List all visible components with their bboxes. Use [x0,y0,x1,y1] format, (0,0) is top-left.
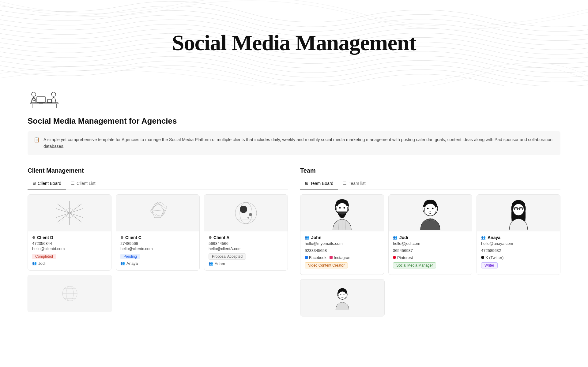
client-c-email: hello@clientc.com [120,246,195,251]
svg-line-24 [152,210,164,211]
jodi-image [389,195,472,231]
svg-point-60 [340,294,341,295]
svg-rect-0 [31,103,58,104]
client-c-phone: 27489566 [120,241,195,246]
svg-point-9 [32,98,35,101]
client-extra-image [28,275,112,312]
john-body: 👥 John hello@myemails.com 9233345658 Fac… [300,231,384,275]
client-card-a[interactable]: ⊕ Client A 569844566 hello@clientA.com P… [204,194,288,271]
hero-section: Social Media Management [0,0,588,86]
team-extra-card[interactable] [300,279,385,316]
svg-point-30 [240,206,247,213]
client-c-assignee-name: Anaya [126,261,138,266]
client-extra-card-row [28,275,288,313]
tab-team-list[interactable]: ☰ Team list [338,178,370,189]
jodi-pinterest: Pinterest [393,255,413,260]
team-tabs: ⊞ Team Board ☰ Team list [300,178,560,189]
client-d-image [28,195,111,231]
client-d-badge: Completed [32,254,56,259]
john-facebook: Facebook [305,255,326,260]
anaya-body: 👥 Anaya hello@anaya.com 472589632 X (Twi… [477,231,560,275]
client-card-d[interactable]: ⊕ Client D 472356844 hello@clientd.com C… [28,194,111,271]
john-image [300,195,384,231]
anaya-role-badge: Writer [481,262,498,268]
page-title: Social Media Management for Agencies [28,116,560,126]
tab-team-list-label: Team list [349,181,365,186]
svg-point-40 [339,207,341,208]
john-instagram: Instagram [330,255,352,260]
two-column-layout: Client Management ⊞ Client Board ☰ Clien… [28,167,560,318]
svg-line-22 [152,202,158,211]
anaya-image [477,195,560,231]
john-facebook-label: Facebook [309,255,326,260]
team-cards-grid: 👥 John hello@myemails.com 9233345658 Fac… [300,194,560,275]
svg-rect-3 [37,96,45,103]
description-icon: 📋 [34,137,40,143]
client-a-assignee: 👥 Adam [209,261,283,266]
jodi-pinterest-label: Pinterest [397,255,413,260]
jodi-phone: 365456987 [393,248,468,253]
jodi-email: hello@jodi.com [393,241,468,246]
team-extra-image [300,279,384,316]
svg-point-7 [51,92,56,96]
team-section: Team ⊞ Team Board ☰ Team list [300,167,560,318]
client-card-c[interactable]: ⊕ Client C 27489566 hello@clientc.com Pe… [116,194,200,271]
svg-point-56 [516,208,517,209]
anaya-name: 👥 Anaya [481,235,556,240]
client-d-phone: 472356844 [32,241,107,246]
client-c-name-text: Client C [125,235,141,240]
jodi-icon: 👥 [393,235,398,240]
anaya-socials: X (Twitter) [481,255,556,260]
john-socials: Facebook Instagram [305,255,379,260]
description-box: 📋 A simple yet comprehensive template fo… [28,131,560,155]
jodi-body: 👥 Jodi hello@jodi.com 365456987 Pinteres… [389,231,472,275]
anaya-email: hello@anaya.com [481,241,556,246]
svg-point-59 [338,291,346,299]
anaya-phone: 472589632 [481,248,556,253]
twitter-dot [481,256,484,259]
jodi-name-text: Jodi [399,235,408,240]
tab-client-list-label: Client List [77,181,95,186]
jodi-socials: Pinterest [393,255,468,260]
board-icon: ⊞ [32,181,36,185]
assignee-icon: 👥 [32,261,37,265]
assignee-icon-a: 👥 [209,261,213,266]
client-management-section: Client Management ⊞ Client Board ☰ Clien… [28,167,288,318]
team-card-jodi[interactable]: 👥 Jodi hello@jodi.com 365456987 Pinteres… [388,194,472,275]
client-d-body: ⊕ Client D 472356844 hello@clientd.com C… [28,231,111,270]
tab-client-list[interactable]: ☰ Client List [66,178,100,189]
svg-point-57 [521,208,522,209]
client-c-image [116,195,199,231]
client-c-badge: Pending [120,254,140,259]
assignee-icon-c: 👥 [120,261,125,265]
john-name-text: John [311,235,321,240]
tab-team-board[interactable]: ⊞ Team Board [300,178,338,189]
john-icon: 👥 [305,235,309,240]
client-a-email: hello@clientA.com [209,246,283,251]
client-d-name-text: Client D [37,235,53,240]
client-tabs: ⊞ Client Board ☰ Client List [28,178,288,189]
john-phone: 9233345658 [305,248,379,253]
team-section-title: Team [300,167,560,174]
anaya-icon: 👥 [481,235,486,240]
main-content: Social Media Management for Agencies 📋 A… [0,116,588,336]
john-email: hello@myemails.com [305,241,379,246]
client-a-badge: Proposal Accepted [209,253,246,260]
team-card-anaya[interactable]: 👥 Anaya hello@anaya.com 472589632 X (Twi… [477,194,560,275]
client-extra-card[interactable] [28,275,112,312]
team-extra-card-row [300,279,560,318]
team-card-john[interactable]: 👥 John hello@myemails.com 9233345658 Fac… [300,194,384,275]
svg-point-41 [344,207,345,208]
svg-point-31 [249,213,252,216]
anaya-twitter-label: X (Twitter) [485,255,503,260]
tab-client-board[interactable]: ⊞ Client Board [28,178,66,189]
client-a-image [204,195,288,231]
jodi-role-badge: Social Media Manager [393,262,436,268]
tab-client-board-label: Client Board [38,181,61,186]
anaya-name-text: Anaya [488,235,500,240]
description-text: A simple yet comprehensive template for … [43,136,554,150]
john-instagram-label: Instagram [334,255,352,260]
client-a-name: ⊕ Client A [209,235,283,240]
client-c-assignee: 👥 Anaya [120,261,195,266]
client-a-body: ⊕ Client A 569844566 hello@clientA.com P… [204,231,288,270]
